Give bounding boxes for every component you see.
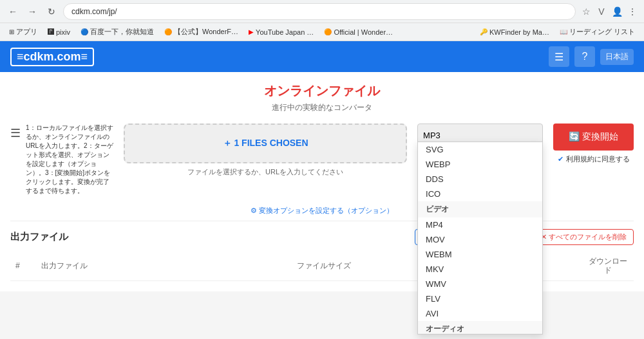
bookmark-youtube[interactable]: ▶ YouTube Japan … bbox=[245, 27, 317, 37]
checkmark-icon: ✔ bbox=[558, 155, 564, 163]
dropdown-item-dds[interactable]: DDS bbox=[418, 172, 542, 187]
language-button[interactable]: 日本語 bbox=[600, 49, 634, 65]
bookmark-wonderf-label: 【公式】WonderF… bbox=[174, 27, 238, 37]
dropdown-item-flv[interactable]: FLV bbox=[418, 291, 542, 306]
right-action-area: 🔄 変換開始 ✔ 利用規約に同意する bbox=[553, 124, 634, 164]
bookmark-reading[interactable]: 📖 リーディング リスト bbox=[556, 26, 639, 38]
forward-button[interactable]: → bbox=[24, 4, 40, 19]
delete-button[interactable]: ✕ すべてのファイルを削除 bbox=[534, 229, 634, 245]
dropdown-item-wmv[interactable]: WMV bbox=[418, 277, 542, 291]
header-right: ☰ ? 日本語 bbox=[549, 46, 634, 67]
layers-icon[interactable]: ☰ bbox=[549, 46, 569, 67]
bookmark-baidu-label: 百度一下，你就知道 bbox=[90, 27, 154, 37]
bookmark-pixiv[interactable]: 🅿 pixiv bbox=[44, 27, 74, 37]
bookmark-official-label: Official | Wonder… bbox=[334, 28, 393, 36]
dropdown-item-webm[interactable]: WEBM bbox=[418, 247, 542, 262]
bookmark-apps[interactable]: ⊞ アプリ bbox=[5, 26, 41, 38]
dropdown-item-ico[interactable]: ICO bbox=[418, 187, 542, 201]
agree-text: 利用規約に同意する bbox=[566, 154, 630, 164]
profile-icon[interactable]: 👤 bbox=[611, 5, 623, 18]
pixiv-icon: 🅿 bbox=[48, 28, 54, 35]
dropdown-item-avi[interactable]: AVI bbox=[418, 306, 542, 321]
bookmark-baidu[interactable]: 🔵 百度一下，你就知道 bbox=[77, 26, 158, 38]
bookmark-apps-label: アプリ bbox=[16, 27, 37, 37]
upload-url-text: ファイルを選択するか、URLを入力してください bbox=[124, 167, 407, 177]
dropdown-item-svg[interactable]: SVG bbox=[418, 142, 542, 157]
page-title: オンラインファイル bbox=[10, 82, 634, 100]
dropdown-item-mov[interactable]: MOV bbox=[418, 232, 542, 247]
dropdown-category-video: ビデオ bbox=[418, 201, 542, 217]
upload-button[interactable]: ＋ 1 FILES CHOSEN bbox=[124, 124, 407, 163]
bookmark-youtube-label: YouTube Japan … bbox=[256, 28, 314, 36]
site-logo[interactable]: ≡cdkm.com≡ bbox=[10, 48, 94, 66]
bookmark-pixiv-label: pixiv bbox=[56, 28, 70, 36]
bookmark-official[interactable]: 🟠 Official | Wonder… bbox=[320, 27, 397, 37]
convert-button[interactable]: 🔄 変換開始 bbox=[553, 124, 634, 151]
upload-button-label: ＋ 1 FILES CHOSEN bbox=[138, 138, 393, 149]
instructions-text: 1：ローカルファイルを選択するか、オンラインファイルのURLを入力します。2：タ… bbox=[26, 124, 113, 196]
extension-v-icon[interactable]: V bbox=[595, 5, 608, 18]
bookmark-reading-label: リーディング リスト bbox=[569, 27, 635, 37]
site-header: ≡cdkm.com≡ ☰ ? 日本語 bbox=[0, 41, 644, 72]
col-filename: 出力ファイル bbox=[36, 252, 292, 280]
bookmark-wonderf[interactable]: 🟠 【公式】WonderF… bbox=[160, 26, 242, 38]
page-subtitle: 進行中の実験的なコンバータ bbox=[10, 102, 634, 113]
reload-button[interactable]: ↻ bbox=[44, 4, 59, 19]
dropdown-category-audio: オーディオ bbox=[418, 321, 542, 334]
browser-chrome: ← → ↻ ☆ V 👤 ⋮ bbox=[0, 0, 644, 23]
col-download: ダウンロード bbox=[582, 252, 634, 280]
list-icon: ☰ bbox=[10, 125, 21, 196]
star-icon[interactable]: ☆ bbox=[580, 5, 592, 18]
bookmark-kwfinder[interactable]: 🔑 KWFinder by Ma… bbox=[476, 27, 553, 37]
dropdown-item-webp[interactable]: WEBP bbox=[418, 157, 542, 172]
bookmarks-bar: ⊞ アプリ 🅿 pixiv 🔵 百度一下，你就知道 🟠 【公式】WonderF…… bbox=[0, 23, 644, 41]
menu-icon[interactable]: ⋮ bbox=[626, 5, 639, 18]
address-bar[interactable] bbox=[63, 3, 576, 20]
apps-icon: ⊞ bbox=[9, 28, 14, 35]
instructions: ☰ 1：ローカルファイルを選択するか、オンラインファイルのURLを入力します。2… bbox=[10, 124, 113, 196]
back-button[interactable]: ← bbox=[5, 4, 21, 19]
format-select-wrapper: MP3 SVG WEBP DDS ICO ビデオ MP4 MOV WEBM MK… bbox=[417, 124, 543, 147]
help-icon[interactable]: ? bbox=[574, 46, 595, 67]
converter-area: ☰ 1：ローカルファイルを選択するか、オンラインファイルのURLを入力します。2… bbox=[10, 124, 634, 196]
col-number: # bbox=[10, 252, 36, 280]
bookmark-kwfinder-label: KWFinder by Ma… bbox=[489, 28, 549, 36]
output-title: 出力ファイル bbox=[10, 231, 68, 243]
dropdown-item-mkv[interactable]: MKV bbox=[418, 262, 542, 277]
format-dropdown[interactable]: SVG WEBP DDS ICO ビデオ MP4 MOV WEBM MKV WM… bbox=[417, 142, 543, 334]
main-content: オンラインファイル 進行中の実験的なコンバータ ☰ 1：ローカルファイルを選択す… bbox=[0, 72, 644, 291]
dropdown-item-mp4[interactable]: MP4 bbox=[418, 217, 542, 232]
